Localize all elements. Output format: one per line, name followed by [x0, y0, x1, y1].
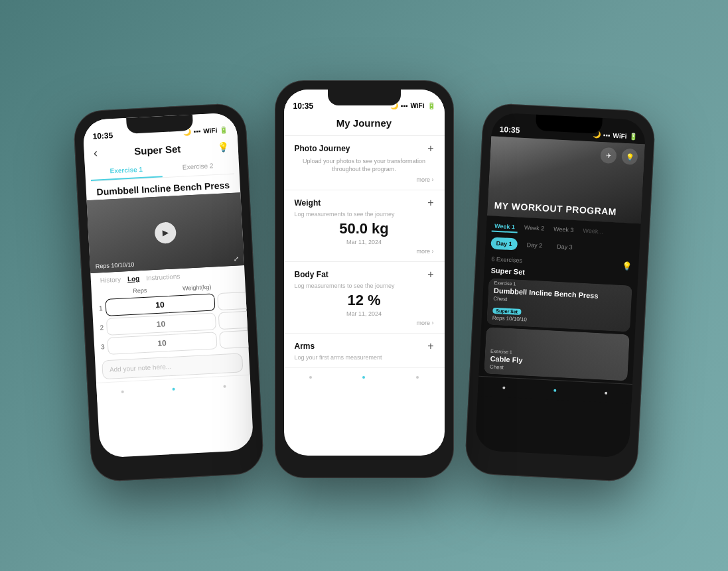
card1-content: Exercise 1 Dumbbell Incline Bench Press …	[486, 278, 632, 332]
nav-dot-2-2	[362, 376, 365, 379]
reps-input-2[interactable]	[106, 312, 216, 336]
battery-icon-2: 🔋	[427, 102, 435, 109]
week-tab-3[interactable]: Week 3	[550, 224, 576, 236]
journey-header: My Journey	[284, 113, 445, 135]
card2-content: Exercise 1 Cable Fly Chest	[484, 327, 629, 381]
play-button[interactable]: ▶	[154, 222, 177, 244]
phone-workout: 10:35 🌙 ▪▪▪ WiFi 🔋 ✈ 💡 MY WORKOUT PROGRA…	[464, 102, 656, 482]
photo-section-header: Photo Journey +	[295, 143, 434, 155]
weight-section-header: Weight +	[295, 197, 434, 209]
hero-icons: ✈ 💡	[600, 147, 638, 164]
nav-dot-2-1	[309, 376, 312, 379]
bulb-icon-1[interactable]: 💡	[217, 141, 229, 152]
nav-dot-3-1	[502, 386, 504, 389]
bodyfat-hint: Log measurements to see the journey	[295, 283, 434, 289]
nav-dot-2-3	[416, 376, 419, 379]
row-num-1: 1	[98, 304, 102, 311]
arms-add-btn[interactable]: +	[427, 340, 433, 352]
nav-dot-3	[223, 385, 226, 387]
tab-exercise2[interactable]: Exercise 2	[161, 157, 234, 177]
photo-desc: Upload your photos to see your transform…	[295, 157, 434, 174]
log-table: Reps Weight(kg) 1 ✓ 2 ○ 3	[91, 280, 248, 355]
phone2-inner: 10:35 🌙 ▪▪▪ WiFi 🔋 My Journey Photo Jour…	[284, 90, 445, 456]
signal-icon-3: ▪▪▪	[603, 131, 610, 139]
bodyfat-add-btn[interactable]: +	[427, 269, 433, 281]
day-tab-3[interactable]: Day 3	[551, 240, 577, 253]
log-tab-log[interactable]: Log	[127, 275, 139, 283]
expand-icon[interactable]: ⤢	[233, 255, 239, 262]
nav-dot-2	[172, 387, 175, 390]
day-tab-1[interactable]: Day 1	[490, 237, 518, 250]
battery-icon-3: 🔋	[629, 132, 638, 140]
weight-date: Mar 11, 2024	[295, 239, 434, 245]
time-3: 10:35	[499, 124, 520, 135]
time-1: 10:35	[92, 131, 113, 141]
row-num-2: 2	[100, 323, 104, 330]
exercise-card-1[interactable]: Exercise 1 Dumbbell Incline Bench Press …	[486, 278, 632, 332]
bodyfat-date: Mar 11, 2024	[295, 310, 434, 317]
signal-icon: ▪▪▪	[193, 127, 200, 135]
phone-journey: 10:35 🌙 ▪▪▪ WiFi 🔋 My Journey Photo Jour…	[275, 80, 454, 478]
exercise-video[interactable]: ▶ Reps 10/10/10 ⤢	[86, 192, 244, 273]
weight-title: Weight	[295, 198, 321, 208]
weight-value: 50.0 kg	[295, 220, 434, 237]
status-icons-3: 🌙 ▪▪▪ WiFi 🔋	[592, 130, 637, 140]
share-icon[interactable]: ✈	[600, 147, 617, 163]
tab-exercise1[interactable]: Exercise 1	[90, 160, 162, 181]
nav-dot-1	[121, 390, 123, 393]
wifi-icon-3: WiFi	[613, 131, 627, 139]
nav-dot-3-2	[553, 389, 556, 391]
day-tab-2[interactable]: Day 2	[521, 238, 547, 251]
note-input[interactable]: Add your note here...	[102, 353, 243, 379]
exercises-count: 6 Exercises	[491, 255, 522, 263]
workout-hero: ✈ 💡 MY WORKOUT PROGRAM	[486, 136, 644, 223]
notch-3	[535, 114, 602, 133]
signal-icon-2: ▪▪▪	[401, 102, 408, 109]
col-header-weight: Weight(kg)	[168, 283, 225, 292]
notch-1	[126, 114, 193, 133]
wifi-icon-2: WiFi	[410, 102, 424, 109]
photo-add-btn[interactable]: +	[427, 143, 433, 155]
row-num-3: 3	[100, 342, 104, 349]
arms-title: Arms	[295, 342, 315, 351]
log-tab-history[interactable]: History	[100, 275, 121, 284]
arms-section-header: Arms +	[295, 340, 434, 352]
workout-bulb-icon[interactable]: 💡	[621, 261, 632, 271]
bodyfat-more[interactable]: more ›	[295, 320, 434, 326]
weight-more[interactable]: more ›	[295, 248, 434, 255]
exercise-card-2[interactable]: Exercise 1 Cable Fly Chest	[484, 327, 629, 381]
bodyfat-title: Body Fat	[295, 270, 328, 279]
weight-add-btn[interactable]: +	[427, 197, 433, 209]
status-icons-2: 🌙 ▪▪▪ WiFi 🔋	[390, 102, 435, 109]
weight-hint: Log measurements to see the journey	[295, 211, 434, 218]
superset-badge: Super Set	[492, 307, 521, 314]
bulb-icon-3[interactable]: 💡	[621, 148, 638, 164]
week-tab-1[interactable]: Week 1	[491, 221, 518, 233]
battery-icon: 🔋	[219, 125, 228, 133]
section-arms: Arms + Log your first arms measurement	[284, 333, 445, 367]
reps-input-1[interactable]	[104, 293, 214, 316]
notch-2	[328, 90, 401, 105]
bodyfat-section-header: Body Fat +	[295, 269, 434, 281]
phone-superset: 10:35 🌙 ▪▪▪ WiFi 🔋 ‹ Super Set 💡 Exercis…	[72, 102, 264, 482]
week-tab-2[interactable]: Week 2	[521, 222, 547, 234]
bottom-nav-2	[284, 367, 445, 387]
section-bodyfat: Body Fat + Log measurements to see the j…	[284, 261, 445, 333]
section-photo: Photo Journey + Upload your photos to se…	[284, 135, 445, 190]
wifi-icon: WiFi	[202, 126, 217, 134]
section-weight: Weight + Log measurements to see the jou…	[284, 190, 445, 261]
photo-title: Photo Journey	[295, 144, 350, 153]
photo-more[interactable]: more ›	[295, 176, 434, 183]
col-header-reps: Reps	[111, 286, 168, 295]
time-2: 10:35	[293, 101, 314, 111]
reps-input-3[interactable]	[106, 332, 216, 355]
app-title-1: Super Set	[97, 141, 218, 158]
phone3-inner: 10:35 🌙 ▪▪▪ WiFi 🔋 ✈ 💡 MY WORKOUT PROGRA…	[474, 112, 646, 458]
nav-dot-3-3	[605, 391, 607, 394]
app-scene: 10:35 🌙 ▪▪▪ WiFi 🔋 ‹ Super Set 💡 Exercis…	[0, 0, 728, 571]
log-tab-instructions[interactable]: Instructions	[145, 273, 180, 282]
phone1-inner: 10:35 🌙 ▪▪▪ WiFi 🔋 ‹ Super Set 💡 Exercis…	[82, 112, 254, 458]
week-tab-4[interactable]: Week...	[580, 225, 606, 237]
bodyfat-value: 12 %	[295, 292, 434, 309]
arms-hint: Log your first arms measurement	[295, 354, 434, 361]
